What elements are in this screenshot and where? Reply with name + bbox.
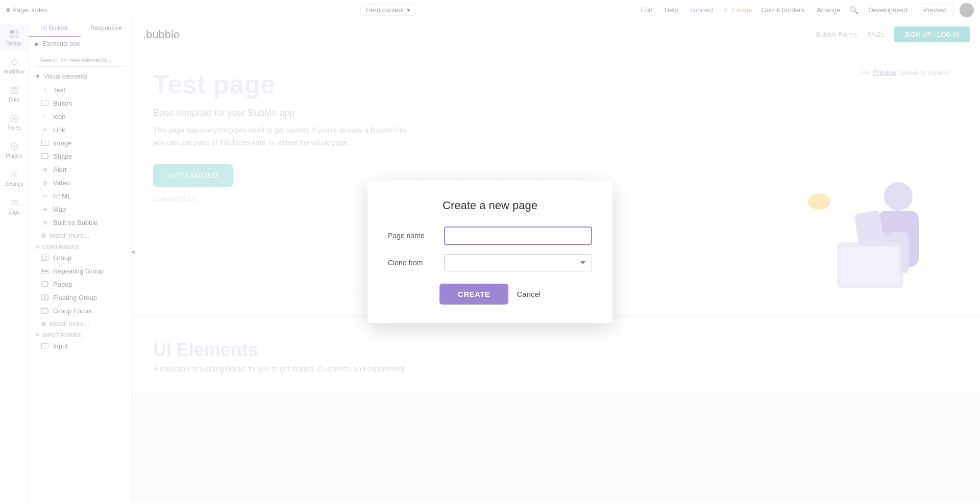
page-name-row: Page name [388,227,592,245]
create-page-modal: Create a new page Page name Clone from C… [368,181,612,323]
clone-from-label: Clone from [388,259,444,267]
page-name-label: Page name [388,232,444,240]
cancel-button[interactable]: Cancel [517,290,541,298]
modal-title: Create a new page [388,199,592,212]
page-name-input[interactable] [444,227,592,245]
clone-from-row: Clone from [388,254,592,271]
modal-actions: CREATE Cancel [388,284,592,305]
modal-overlay: Create a new page Page name Clone from C… [0,0,980,503]
clone-from-select[interactable] [444,254,592,271]
create-button[interactable]: CREATE [439,284,509,305]
